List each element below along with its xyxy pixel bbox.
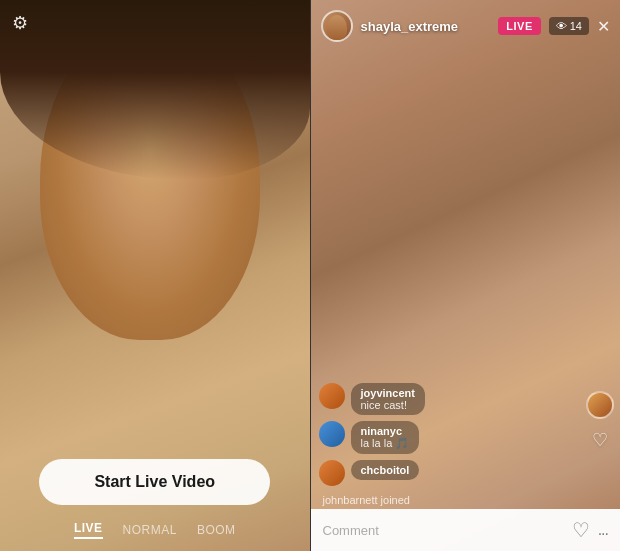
reaction-avatar-1: [586, 391, 614, 419]
comment-avatar-joyvincent: [319, 383, 345, 409]
avatar: [321, 10, 353, 42]
comment-bubble-joyvincent: joyvincent nice cast!: [351, 383, 425, 415]
comment-username-chcboitol: chcboitol: [361, 464, 410, 476]
username-label: shayla_extreme: [361, 19, 491, 34]
comment-row: chcboitol: [319, 460, 539, 486]
comment-avatar-chcboitol: [319, 460, 345, 486]
left-bottom-controls: Start Live Video LIVE NORMAL BOOM: [0, 459, 310, 551]
comment-avatar-ninanyc: [319, 421, 345, 447]
mode-tabs: LIVE NORMAL BOOM: [74, 521, 236, 539]
reactions-panel: ♡: [586, 391, 614, 451]
comment-text-ninanyc: la la la 🎵: [361, 437, 410, 450]
tab-live[interactable]: LIVE: [74, 521, 103, 539]
comment-text-joyvincent: nice cast!: [361, 399, 415, 411]
right-panel: shayla_extreme LIVE 👁 14 ✕ ♡ joyvincent …: [311, 0, 621, 551]
viewers-badge: 👁 14: [549, 17, 589, 35]
comment-row: joyvincent nice cast!: [319, 383, 539, 415]
gear-icon[interactable]: ⚙: [12, 12, 28, 34]
start-live-button[interactable]: Start Live Video: [39, 459, 270, 505]
heart-icon[interactable]: ♡: [572, 518, 590, 542]
live-badge: LIVE: [498, 17, 540, 35]
comments-area: joyvincent nice cast! ninanyc la la la 🎵…: [319, 383, 539, 506]
joined-notification: johnbarnett joined: [319, 492, 539, 506]
comment-input[interactable]: Comment: [323, 523, 564, 538]
heart-reaction-icon: ♡: [592, 429, 608, 451]
comment-bubble-chcboitol: chcboitol: [351, 460, 420, 480]
viewers-count: 14: [570, 20, 582, 32]
comment-username-ninanyc: ninanyc: [361, 425, 410, 437]
tab-boomerang[interactable]: BOOM: [197, 523, 236, 537]
bottom-bar: Comment ♡ ...: [311, 509, 621, 551]
close-icon[interactable]: ✕: [597, 17, 610, 36]
comment-row: ninanyc la la la 🎵: [319, 421, 539, 454]
tab-normal[interactable]: NORMAL: [123, 523, 177, 537]
eye-icon: 👁: [556, 20, 567, 32]
comment-username-joyvincent: joyvincent: [361, 387, 415, 399]
more-options-icon[interactable]: ...: [598, 521, 608, 539]
comment-bubble-ninanyc: ninanyc la la la 🎵: [351, 421, 420, 454]
top-bar: shayla_extreme LIVE 👁 14 ✕: [311, 10, 621, 42]
left-panel: ⚙ Start Live Video LIVE NORMAL BOOM: [0, 0, 310, 551]
